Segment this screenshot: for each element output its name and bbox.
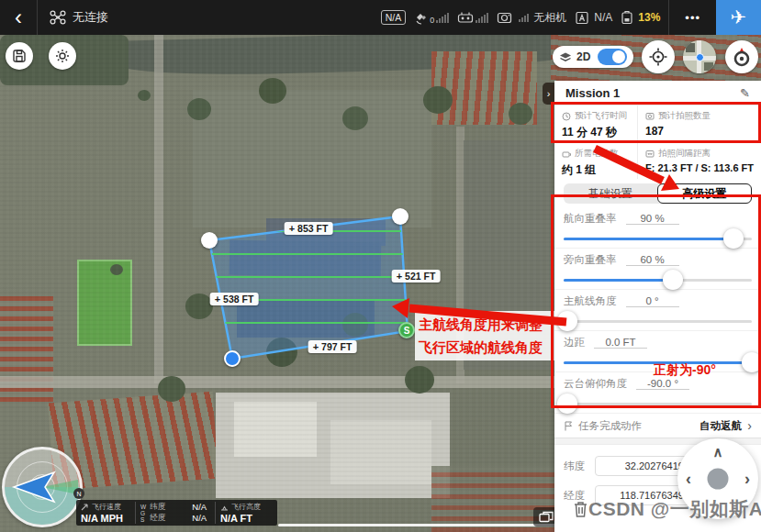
- setting-course-overlap: 航向重叠率 90 %: [554, 207, 761, 249]
- more-menu-button[interactable]: •••: [677, 11, 708, 25]
- save-icon: [12, 49, 27, 63]
- annotation-tooltip-line2: 飞行区域的航线角度: [419, 336, 551, 359]
- telemetry-speed: 飞行速度 N/A MPH: [76, 500, 135, 526]
- rc-signal-bars: [476, 13, 488, 23]
- map-mode-pill: 2D: [553, 46, 633, 68]
- minimap-button[interactable]: [683, 40, 716, 73]
- start-point-label: S: [404, 326, 410, 336]
- telemetry-altitude: 飞行高度 N/A FT: [216, 500, 276, 526]
- mission-stats: 预计飞行时间 11 分 47 秒 预计拍照数量 187 所需电池数 约 1 组: [554, 105, 761, 179]
- stat-label: 拍照间隔距离: [658, 148, 711, 160]
- map-road-vertical-left: [154, 35, 163, 383]
- minimap-location-dot: [696, 53, 704, 61]
- stat-label: 所需电池数: [575, 148, 619, 160]
- setting-value-field[interactable]: 90 %: [626, 213, 679, 225]
- setting-value-field[interactable]: -90.0 °: [636, 378, 689, 390]
- setting-label: 航向重叠率: [564, 212, 617, 226]
- slider-thumb[interactable]: [723, 228, 744, 249]
- plus-icon: +: [397, 271, 402, 282]
- minimap-block: [686, 43, 695, 52]
- back-button[interactable]: ‹: [0, 0, 37, 35]
- side-overlap-slider[interactable]: [564, 270, 752, 290]
- telemetry-lat-value: N/A: [192, 502, 207, 513]
- stat-label: 预计拍照数量: [658, 110, 711, 122]
- setting-value-field[interactable]: 0 °: [626, 295, 679, 307]
- takeoff-button[interactable]: ✈: [716, 0, 761, 35]
- edge-length-right: + 521 FT: [392, 270, 441, 283]
- gps-mode-badge: N/A: [381, 10, 407, 25]
- rc-status: [457, 11, 488, 24]
- edge-length-top: + 853 FT: [285, 222, 333, 235]
- wgs-label: W G S: [140, 504, 146, 526]
- start-point-marker[interactable]: S: [398, 322, 415, 338]
- stat-flight-time: 预计飞行时间 11 分 47 秒: [554, 105, 637, 142]
- setting-value-field[interactable]: 60 %: [626, 254, 679, 266]
- stat-value: 187: [645, 125, 754, 138]
- edge-length-bottom: + 797 FT: [308, 340, 357, 353]
- telemetry-gps: W G S 纬度N/A 经度N/A: [136, 500, 215, 526]
- chevron-right-icon: ›: [747, 418, 752, 433]
- locate-me-button[interactable]: [642, 40, 675, 73]
- camera-icon: [497, 11, 512, 24]
- finish-action-row[interactable]: 任务完成动作 自动返航 ›: [554, 414, 761, 438]
- finish-action-value: 自动返航: [699, 419, 742, 433]
- topbar-divider: [37, 0, 38, 35]
- nudge-up-button[interactable]: ∧: [713, 445, 723, 459]
- drone-icon: [50, 10, 66, 25]
- compass-north-badge: N: [73, 488, 84, 499]
- settings-button[interactable]: [49, 42, 76, 70]
- setting-side-overlap: 旁向重叠率 60 %: [554, 249, 761, 290]
- map-mode-toggle[interactable]: [598, 49, 627, 65]
- nudge-center-button[interactable]: [708, 469, 729, 490]
- edge-length-left-value: 538 FT: [223, 294, 253, 305]
- route-angle-slider[interactable]: [564, 311, 752, 331]
- trash-icon: [573, 500, 588, 518]
- setting-label: 旁向重叠率: [564, 253, 617, 267]
- edge-length-top-value: 853 FT: [297, 223, 328, 234]
- flag-icon: [564, 421, 573, 431]
- satellite-signal-bars: [436, 13, 449, 23]
- attitude-compass: [2, 447, 83, 527]
- compass-reset-button[interactable]: [725, 40, 758, 73]
- gimbal-pitch-slider[interactable]: [564, 393, 752, 414]
- stat-value: 约 1 组: [562, 162, 630, 178]
- tab-basic-settings[interactable]: 基础设置: [564, 183, 657, 204]
- nudge-right-button[interactable]: ›: [744, 471, 750, 487]
- setting-value-field[interactable]: 0.0 FT: [594, 337, 647, 349]
- topbar-right-cluster: N/A 0 无相机: [381, 0, 761, 35]
- setting-label: 边距: [564, 336, 585, 349]
- setting-label: 云台俯仰角度: [564, 377, 627, 391]
- connection-status: 无连接: [50, 9, 108, 26]
- mission-panel: › Mission 1 ✎ 预计飞行时间 11 分 47 秒 预计拍照数量 18…: [554, 81, 761, 532]
- picture-in-picture-icon: [539, 511, 554, 523]
- tab-advanced-settings[interactable]: 高级设置: [657, 183, 753, 204]
- slider-thumb[interactable]: [742, 352, 761, 372]
- mission-title: Mission 1: [565, 86, 620, 100]
- slider-thumb[interactable]: [557, 393, 577, 414]
- map-building-b: [229, 240, 382, 278]
- remote-controller-icon: [457, 11, 474, 24]
- vertex-handle-topright[interactable]: [392, 208, 408, 225]
- panel-collapse-handle[interactable]: ›: [543, 83, 554, 105]
- map-scale-line: [278, 524, 568, 526]
- vertex-handle-topleft[interactable]: [201, 232, 218, 249]
- map-road-horizontal: [0, 376, 560, 388]
- flight-mode-value: N/A: [594, 11, 612, 24]
- save-mission-button[interactable]: [6, 42, 33, 70]
- settings-tabs: 基础设置 高级设置: [564, 183, 752, 204]
- edit-mission-name-button[interactable]: ✎: [740, 86, 750, 100]
- flight-mode-status: N/A: [575, 11, 612, 25]
- stat-battery-count: 所需电池数 约 1 组: [554, 142, 637, 179]
- stat-photo-count: 预计拍照数量 187: [637, 105, 761, 142]
- stat-label: 预计飞行时间: [575, 110, 627, 122]
- clock-icon: [562, 112, 571, 121]
- nudge-left-button[interactable]: ‹: [686, 471, 691, 487]
- course-overlap-slider[interactable]: [564, 228, 752, 249]
- satellite-status: 0: [414, 11, 449, 25]
- map-trees-row1: [138, 90, 151, 101]
- map-white-building-1: [234, 402, 317, 457]
- slider-thumb[interactable]: [557, 311, 577, 331]
- slider-thumb[interactable]: [663, 270, 683, 290]
- vertex-handle-bottomleft-selected[interactable]: [224, 350, 241, 367]
- topbar-divider: [668, 0, 669, 35]
